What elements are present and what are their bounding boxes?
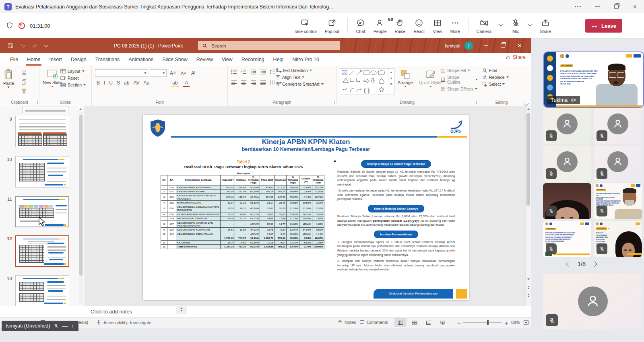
shield-icon[interactable]	[6, 21, 14, 30]
format-painter-icon[interactable]	[21, 88, 27, 94]
shape-outline-button[interactable]: Shape Outline	[440, 75, 478, 84]
cut-icon[interactable]	[21, 70, 27, 76]
notes-splitter[interactable]	[176, 305, 187, 314]
window-close-button[interactable]: ×	[633, 4, 637, 10]
zoom-slider-thumb[interactable]	[487, 320, 489, 325]
redo-icon[interactable]	[32, 43, 38, 49]
reading-view-button[interactable]	[423, 318, 435, 327]
ribbon-tab[interactable]: Slide Show	[158, 53, 192, 66]
window-menu-icon[interactable]	[575, 6, 581, 7]
ribbon-tab[interactable]: Nitro Pro 10	[288, 53, 324, 66]
scroll-down-button[interactable]	[526, 276, 531, 282]
section-button[interactable]: Section	[60, 82, 86, 87]
slideshow-view-button[interactable]	[437, 318, 449, 327]
align-text-button[interactable]: Align Text	[275, 75, 324, 80]
ribbon-tab[interactable]: Animations	[124, 53, 158, 66]
columns-icon[interactable]	[270, 80, 276, 85]
align-center-icon[interactable]	[241, 80, 247, 85]
ribbon-tab[interactable]: Transitions	[91, 53, 124, 66]
ribbon-share-button[interactable]: Share	[506, 54, 526, 60]
overlay-zoom-in[interactable]: +	[71, 323, 74, 329]
ribbon-tab[interactable]: Review	[192, 53, 217, 66]
clear-formatting-button[interactable]: A̸	[190, 70, 196, 76]
video-tile-camera[interactable]: KEGIATAN + EVALUASIPELAKSANAANANGGARAN, …	[594, 221, 642, 257]
search-box[interactable]	[198, 41, 340, 50]
convert-to-smartart-button[interactable]: Convert to SmartArt	[275, 82, 324, 87]
align-left-icon[interactable]	[231, 80, 237, 85]
thumbnail-scrollbar[interactable]	[79, 111, 83, 304]
notes-placeholder[interactable]: Click to add notes	[91, 309, 132, 315]
drawing-dialog-launcher[interactable]	[473, 101, 477, 104]
paste-button[interactable]: Paste	[3, 69, 14, 88]
quick-styles-button[interactable]: Quick Styles	[419, 70, 442, 87]
video-tile-self[interactable]	[543, 274, 642, 329]
slide-sorter-view-button[interactable]	[409, 318, 421, 327]
ribbon-tab[interactable]: Home	[23, 53, 45, 66]
mic-button[interactable]: Mic	[511, 18, 520, 34]
thumbnail-slide-13[interactable]	[15, 275, 69, 307]
normal-view-button[interactable]	[394, 318, 407, 327]
people-button[interactable]: 60 People	[374, 18, 387, 34]
text-direction-button[interactable]: Text Direction	[275, 68, 324, 73]
shape-effects-button[interactable]: Shape Effects	[440, 87, 478, 91]
next-page-chevron-icon[interactable]	[592, 262, 597, 267]
new-slide-button[interactable]: New Slide	[43, 69, 62, 87]
zoom-slider[interactable]	[463, 322, 502, 323]
font-format-button[interactable]: S	[115, 80, 122, 86]
align-right-icon[interactable]	[250, 80, 256, 85]
thumbnail-slide-8-partial[interactable]	[22, 107, 68, 113]
increase-indent-icon[interactable]	[260, 69, 266, 74]
ribbon-tab[interactable]: Design	[66, 53, 91, 66]
zoom-out-button[interactable]: −	[457, 320, 460, 326]
video-tile-active-speaker[interactable]: KEGIATAN EVALUASI PELAKSANAAN ANGGARAN D…	[543, 52, 644, 108]
ribbon-tab[interactable]: File	[6, 53, 23, 66]
ppt-restore-button[interactable]	[494, 38, 511, 53]
camera-button[interactable]: Camera	[477, 18, 491, 34]
notes-pane[interactable]: Click to add notes	[0, 306, 531, 317]
account-avatar[interactable]: I	[464, 41, 473, 50]
window-minimize-button[interactable]	[595, 6, 600, 7]
font-format-button[interactable]: AV	[132, 80, 141, 86]
thumbnail-slide-10[interactable]	[15, 156, 69, 187]
font-size-select[interactable]	[150, 69, 167, 77]
video-tile-camera[interactable]: KEGIATAN EVALUASI PELAKSANAAN ANGGARAN D…	[594, 183, 642, 219]
grow-font-button[interactable]: A˄	[168, 70, 178, 76]
text-highlight-button[interactable]: ab	[171, 80, 179, 87]
clipboard-dialog-launcher[interactable]	[34, 101, 38, 104]
find-button[interactable]: Find	[482, 68, 509, 73]
select-button[interactable]: Select	[482, 82, 509, 87]
canvas-scrollbar[interactable]	[525, 106, 531, 306]
window-restore-button[interactable]	[614, 4, 619, 9]
ppt-minimize-button[interactable]	[477, 38, 494, 53]
slide[interactable]: DJPb Kinerja APBN KPPN Klaten berdasarka…	[143, 115, 469, 300]
scroll-up-button[interactable]	[526, 106, 531, 112]
previous-slide-button[interactable]	[526, 284, 531, 290]
leave-button[interactable]: Leave	[585, 19, 622, 33]
accessibility-indicator[interactable]: Accessibility: Investigate	[96, 320, 151, 325]
previous-page-chevron-icon[interactable]	[566, 262, 571, 267]
thumbnail-scroll-up[interactable]	[78, 106, 83, 112]
next-slide-button[interactable]	[526, 292, 531, 299]
more-button[interactable]: More	[450, 18, 460, 34]
ribbon-tab[interactable]: View	[217, 53, 237, 66]
numbering-icon[interactable]	[241, 69, 247, 74]
raise-hand-button[interactable]: Raise	[395, 18, 406, 34]
shape-fill-button[interactable]: Shape Fill	[440, 68, 478, 73]
arrange-button[interactable]: Arrange	[398, 70, 413, 87]
overlay-zoom-out[interactable]: —	[62, 323, 68, 329]
shrink-font-button[interactable]: A˅	[179, 71, 188, 76]
share-button[interactable]: Share	[540, 18, 551, 34]
take-control-button[interactable]: Take control	[294, 18, 317, 34]
view-button[interactable]: View	[433, 18, 442, 34]
shapes-gallery-scroll[interactable]	[388, 69, 394, 94]
camera-options-chevron-icon[interactable]	[499, 22, 504, 26]
ribbon-tab[interactable]: Help	[269, 53, 288, 66]
copy-icon[interactable]	[21, 79, 27, 85]
pop-out-button[interactable]: Pop out	[325, 18, 339, 34]
video-tile-avatar[interactable]	[594, 108, 642, 144]
font-format-button[interactable]: B	[95, 80, 101, 86]
bullets-icon[interactable]	[231, 69, 237, 74]
font-format-button[interactable]: ab	[122, 80, 131, 86]
video-tile-camera[interactable]	[543, 183, 591, 219]
video-tile-avatar[interactable]	[543, 146, 591, 182]
